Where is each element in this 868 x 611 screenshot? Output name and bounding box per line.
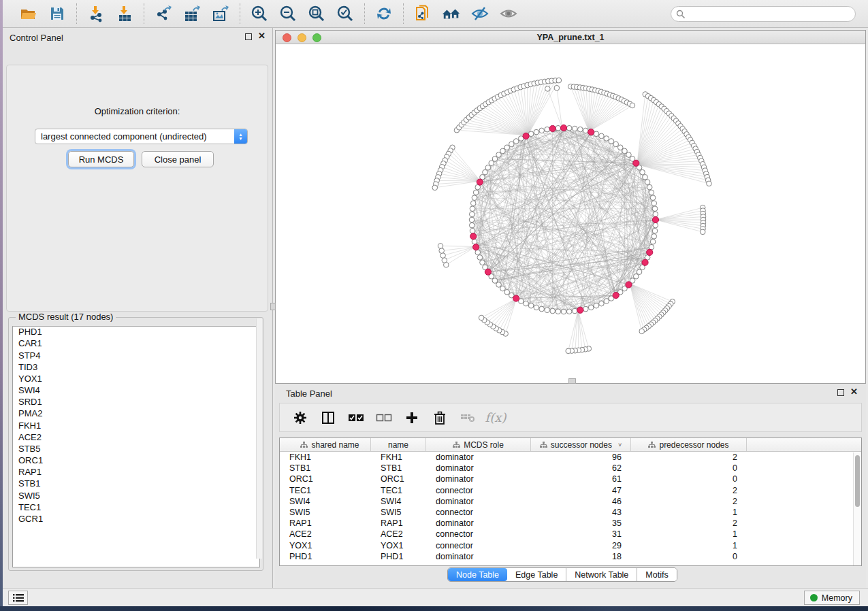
- graph-mcds-hub-node[interactable]: [477, 179, 483, 185]
- column-header-mcds-role[interactable]: MCDS role: [426, 438, 531, 451]
- graph-node[interactable]: [470, 228, 475, 233]
- graph-node[interactable]: [650, 240, 656, 245]
- graph-mcds-hub-node[interactable]: [485, 269, 491, 275]
- tab-network-table[interactable]: Network Table: [566, 568, 637, 581]
- table-row[interactable]: RAP1 RAP1 dominator 35 2: [280, 518, 861, 529]
- tab-edge-table[interactable]: Edge Table: [507, 568, 566, 581]
- mcds-result-node[interactable]: RAP1: [13, 467, 259, 478]
- mcds-result-node[interactable]: ORC1: [13, 455, 259, 467]
- graph-node[interactable]: [594, 303, 599, 308]
- graph-node[interactable]: [470, 206, 475, 212]
- graph-satellite-node[interactable]: [707, 181, 712, 186]
- mcds-result-node[interactable]: FKH1: [13, 420, 259, 431]
- graph-node[interactable]: [472, 240, 477, 245]
- graph-mcds-hub-node[interactable]: [513, 295, 519, 301]
- mcds-list-scrollbar[interactable]: [256, 318, 262, 559]
- graph-satellite-node[interactable]: [700, 229, 705, 235]
- graph-node[interactable]: [649, 190, 654, 195]
- show-elements-button[interactable]: [499, 4, 518, 23]
- mcds-result-node[interactable]: SRD1: [13, 397, 259, 408]
- show-task-history-button[interactable]: [8, 591, 28, 605]
- graph-node[interactable]: [528, 303, 534, 308]
- table-row[interactable]: TEC1 TEC1 connector 47 2: [280, 485, 861, 496]
- graph-node[interactable]: [617, 145, 623, 150]
- mcds-result-node[interactable]: STB1: [13, 478, 259, 490]
- run-mcds-button[interactable]: Run MCDS: [68, 151, 134, 167]
- hide-elements-button[interactable]: [470, 4, 489, 23]
- graph-node[interactable]: [604, 136, 609, 142]
- network-graph-canvas[interactable]: [276, 44, 865, 383]
- export-image-button[interactable]: [211, 4, 230, 23]
- network-window-titlebar[interactable]: YPA_prune.txt_1: [276, 31, 865, 44]
- graph-satellite-node[interactable]: [440, 253, 446, 259]
- add-column-button[interactable]: [404, 410, 420, 426]
- graph-node[interactable]: [485, 165, 491, 171]
- graph-node[interactable]: [653, 222, 658, 228]
- graph-mcds-hub-node[interactable]: [613, 293, 619, 299]
- close-panel-button[interactable]: Close panel: [142, 151, 214, 167]
- open-file-button[interactable]: [19, 4, 38, 23]
- table-row[interactable]: ORC1 ORC1 dominator 61 0: [280, 474, 861, 484]
- graph-mcds-hub-node[interactable]: [647, 249, 653, 255]
- graph-node[interactable]: [613, 142, 619, 147]
- graph-satellite-node[interactable]: [556, 78, 562, 83]
- graph-node[interactable]: [504, 145, 510, 150]
- graph-mcds-hub-node[interactable]: [549, 125, 556, 131]
- delete-table-button[interactable]: [460, 410, 476, 426]
- toggle-column-view-button[interactable]: [320, 410, 336, 426]
- graph-node[interactable]: [556, 309, 561, 314]
- graph-node[interactable]: [492, 278, 498, 284]
- mcds-result-node[interactable]: PMA2: [13, 408, 259, 420]
- deselect-all-rows-button[interactable]: [376, 410, 392, 426]
- search-box[interactable]: [671, 6, 856, 22]
- graph-node[interactable]: [470, 201, 476, 206]
- table-scrollbar[interactable]: [853, 452, 861, 565]
- mcds-result-node[interactable]: PHD1: [13, 327, 259, 338]
- graph-node[interactable]: [483, 169, 488, 175]
- save-session-button[interactable]: [48, 4, 67, 23]
- column-header-successor-nodes[interactable]: successor nodes ˅: [531, 438, 631, 451]
- graph-mcds-hub-node[interactable]: [470, 233, 477, 240]
- graph-mcds-hub-node[interactable]: [652, 216, 658, 222]
- tab-node-table[interactable]: Node Table: [448, 568, 507, 581]
- graph-node[interactable]: [652, 201, 657, 206]
- graph-node[interactable]: [545, 127, 550, 132]
- graph-node[interactable]: [472, 195, 477, 201]
- graph-node[interactable]: [583, 306, 589, 312]
- mcds-result-node[interactable]: TID3: [13, 362, 259, 374]
- graph-node[interactable]: [469, 217, 475, 222]
- graph-node[interactable]: [534, 129, 539, 135]
- graph-mcds-hub-node[interactable]: [642, 259, 648, 265]
- tab-motifs[interactable]: Motifs: [637, 568, 676, 581]
- column-header-shared-name[interactable]: shared name: [280, 438, 371, 451]
- graph-node[interactable]: [534, 305, 539, 310]
- search-input[interactable]: [686, 7, 855, 21]
- graph-node[interactable]: [637, 269, 642, 275]
- graph-node[interactable]: [652, 234, 657, 240]
- export-network-button[interactable]: [154, 4, 173, 23]
- home-networks-button[interactable]: [442, 4, 461, 23]
- graph-node[interactable]: [496, 282, 502, 288]
- graph-mcds-hub-node[interactable]: [523, 133, 529, 139]
- table-row[interactable]: SWI4 SWI4 dominator 46 2: [280, 496, 861, 507]
- table-row[interactable]: SWI5 SWI5 connector 43 1: [280, 507, 861, 518]
- graph-satellite-node[interactable]: [439, 248, 445, 254]
- graph-node[interactable]: [566, 309, 572, 314]
- graph-node[interactable]: [469, 222, 475, 228]
- graph-mcds-hub-node[interactable]: [626, 282, 632, 288]
- graph-node[interactable]: [561, 309, 566, 314]
- close-panel-icon[interactable]: ✕: [258, 31, 266, 41]
- graph-mcds-hub-node[interactable]: [633, 160, 639, 166]
- graph-node[interactable]: [473, 190, 479, 195]
- graph-satellite-node[interactable]: [639, 329, 645, 334]
- optimization-criterion-dropdown[interactable]: largest connected component (undirected)…: [35, 129, 248, 144]
- table-row[interactable]: STB1 STB1 dominator 62 0: [280, 463, 861, 474]
- memory-button[interactable]: Memory: [804, 591, 860, 605]
- graph-node[interactable]: [626, 152, 632, 158]
- graph-node[interactable]: [500, 148, 506, 154]
- graph-node[interactable]: [599, 133, 605, 139]
- graph-node[interactable]: [504, 289, 510, 295]
- graph-node[interactable]: [509, 142, 515, 147]
- table-row[interactable]: PHD1 PHD1 dominator 18 0: [280, 551, 861, 562]
- table-body[interactable]: FKH1 FKH1 dominator 96 2 STB1 STB1 domin…: [280, 452, 861, 562]
